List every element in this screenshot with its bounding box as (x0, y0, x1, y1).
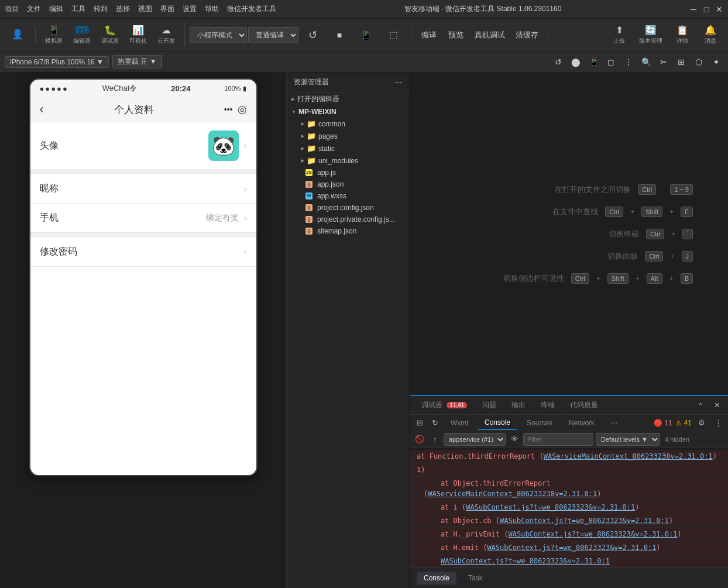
debug-collapse-btn[interactable]: ^ (694, 399, 707, 412)
search-icon-btn[interactable]: 🔍 (639, 55, 653, 69)
console-up-icon[interactable]: ↑ (428, 433, 441, 446)
preview-icon-btn[interactable]: ⬚ (380, 27, 406, 43)
tab-terminal[interactable]: 终端 (534, 398, 562, 412)
device-select[interactable]: iPhone 6/7/8 Plus 100% 16 ▼ (5, 56, 109, 68)
menu-edit[interactable]: 编辑 (49, 4, 63, 14)
bottom-tab-task[interactable]: Task (461, 572, 490, 584)
grid-icon-btn[interactable]: ⊞ (674, 55, 688, 69)
tab-wxml[interactable]: Wxml (444, 417, 475, 429)
hex-icon-btn[interactable]: ⬡ (692, 55, 706, 69)
notification-btn[interactable]: 🔔 消息 (698, 22, 723, 47)
maximize-btn[interactable]: □ (702, 5, 710, 13)
sub-settings-btn[interactable]: ⚙ (695, 417, 708, 429)
file-project-private[interactable]: {} project.private.config.js... (287, 214, 409, 225)
clear-save-btn[interactable]: 清缓存 (511, 27, 543, 43)
phone-btn[interactable]: 📱 (353, 27, 379, 43)
menu-bar[interactable]: 项目 文件 编辑 工具 转到 选择 视图 界面 设置 帮助 微信开发者工具 (5, 4, 276, 14)
file-project-config[interactable]: {} project.config.json (287, 202, 409, 214)
profile-item-password[interactable]: 修改密码 › (30, 238, 256, 267)
stop-icon-btn[interactable]: ⬤ (569, 55, 583, 69)
more-icon-btn[interactable]: ⋮ (621, 55, 636, 69)
real-debug-btn[interactable]: 真机调试 (470, 27, 510, 43)
debug-btn[interactable]: 🐛 调试器 (97, 22, 123, 47)
bottom-tab-console[interactable]: Console (417, 572, 456, 584)
console-link-3[interactable]: WASubContext.js?t=we_80623323&v=2.31.0:1 (466, 503, 635, 511)
file-app-js[interactable]: JS app.js (287, 167, 409, 178)
menu-weixin-tools[interactable]: 微信开发者工具 (227, 4, 276, 14)
project-root[interactable]: ▼ MP-WEIXIN (287, 106, 409, 118)
eye-icon-btn[interactable]: 👁 (508, 433, 521, 446)
profile-item-nickname[interactable]: 昵称 › (30, 174, 256, 204)
visual-btn[interactable]: 📊 可视化 (125, 22, 152, 47)
nav-more-btn[interactable]: ••• (224, 105, 233, 114)
minimize-btn[interactable]: ─ (689, 5, 698, 13)
profile-item-avatar[interactable]: 头像 🐼 › (30, 122, 256, 170)
nav-back-btn[interactable]: ‹ (40, 102, 44, 117)
tab-output[interactable]: 输出 (504, 398, 533, 412)
menu-settings[interactable]: 设置 (183, 4, 197, 14)
sub-expand-btn[interactable]: ⊟ (413, 417, 426, 429)
star-icon-btn[interactable]: ✦ (709, 55, 723, 69)
console-link-0[interactable]: WAServiceMainContext_806233238v=2.31.0:1 (544, 452, 713, 460)
context-select[interactable]: appservice (#1) (444, 433, 506, 446)
file-sitemap[interactable]: {} sitemap.json (287, 225, 409, 237)
nav-target-btn[interactable]: ◎ (238, 103, 247, 116)
console-link-2[interactable]: WAServiceMainContext_806233238v=2.31.0:1 (428, 490, 597, 498)
menu-project[interactable]: 项目 (5, 4, 19, 14)
sub-more-btn[interactable]: ⋮ (712, 417, 724, 429)
scissors-icon-btn[interactable]: ✂ (657, 55, 671, 69)
console-link-4[interactable]: WASubContext.js?t=we_80623323&v=2.31.0:1 (500, 517, 669, 525)
preview-btn[interactable]: 预览 (443, 27, 469, 43)
filter-input[interactable] (523, 433, 593, 446)
profile-item-phone[interactable]: 手机 绑定有奖 › (30, 204, 256, 233)
sub-refresh-btn[interactable]: ↻ (428, 417, 441, 429)
open-editors-section[interactable]: ▶ 打开的编辑器 (287, 92, 409, 106)
folder-uni-modules[interactable]: ▶ 📁 uni_modules (287, 154, 409, 167)
avatar-image[interactable]: 🐼 (208, 130, 239, 161)
console-clear-btn[interactable]: 🚫 (413, 433, 426, 446)
rect-icon-btn[interactable]: ◻ (604, 55, 618, 69)
menu-help[interactable]: 帮助 (205, 4, 219, 14)
menu-goto[interactable]: 转到 (94, 4, 108, 14)
file-app-json[interactable]: {} app.json (287, 178, 409, 190)
avatar-btn[interactable]: 👤 (5, 26, 30, 43)
hot-reload-select[interactable]: 热重载 开 ▼ (112, 55, 162, 68)
mode-select[interactable]: 小程序模式 (190, 27, 247, 43)
cloud-btn[interactable]: ☁ 云开发 (153, 22, 180, 47)
console-link-6[interactable]: WASubContext.js?t=we_80623323&v=2.31.0:1 (487, 544, 656, 552)
refresh-btn[interactable]: ↺ (300, 26, 325, 44)
tab-console[interactable]: Console (478, 416, 517, 430)
refresh-icon-btn[interactable]: ↺ (551, 55, 565, 69)
close-btn[interactable]: ✕ (715, 5, 723, 13)
menu-view[interactable]: 视图 (138, 4, 152, 14)
file-panel-more-icon[interactable]: ⋯ (395, 78, 402, 87)
menu-select[interactable]: 选择 (116, 4, 130, 14)
stop-btn[interactable]: ■ (327, 28, 352, 42)
console-link-5[interactable]: WASubContext.js?t=we_80623323&v=2.31.0:1 (509, 530, 678, 538)
debug-close-btn[interactable]: ✕ (710, 399, 723, 412)
folder-static[interactable]: ▶ 📁 static (287, 142, 409, 154)
folder-pages[interactable]: ▶ 📁 pages (287, 130, 409, 142)
window-controls[interactable]: ─ □ ✕ (689, 5, 723, 13)
menu-tool[interactable]: 工具 (71, 4, 85, 14)
editor-btn[interactable]: ⌨ 编辑器 (68, 22, 95, 47)
menu-file[interactable]: 文件 (27, 4, 41, 14)
menu-ui[interactable]: 界面 (160, 4, 174, 14)
tab-issues[interactable]: 问题 (475, 398, 503, 412)
upload-btn[interactable]: ⬆ 上传 (606, 22, 632, 47)
log-level-select[interactable]: Default levels ▼ (596, 433, 660, 446)
tab-more[interactable]: ⋯ (604, 417, 625, 429)
tab-network[interactable]: Network (562, 417, 602, 429)
folder-common[interactable]: ▶ 📁 common (287, 118, 409, 130)
tab-debugger[interactable]: 调试器 11,41 (414, 398, 474, 412)
compile-action-btn[interactable]: 编译 (416, 27, 442, 43)
file-app-wxss[interactable]: W app.wxss (287, 190, 409, 202)
compile-select[interactable]: 普通编译 (248, 27, 298, 43)
detail-btn[interactable]: 📋 详情 (669, 22, 695, 47)
phone-icon-btn[interactable]: 📱 (586, 55, 600, 69)
simulator-btn[interactable]: 📱 模拟器 (40, 22, 67, 47)
console-link-7[interactable]: WASubContext.js?t=we_80623323&v=2.31.0:1 (441, 557, 610, 565)
tab-sources[interactable]: Sources (520, 417, 559, 429)
version-btn[interactable]: 🔄 版本管理 (634, 22, 667, 47)
tab-code-quality[interactable]: 代码质量 (563, 398, 605, 412)
